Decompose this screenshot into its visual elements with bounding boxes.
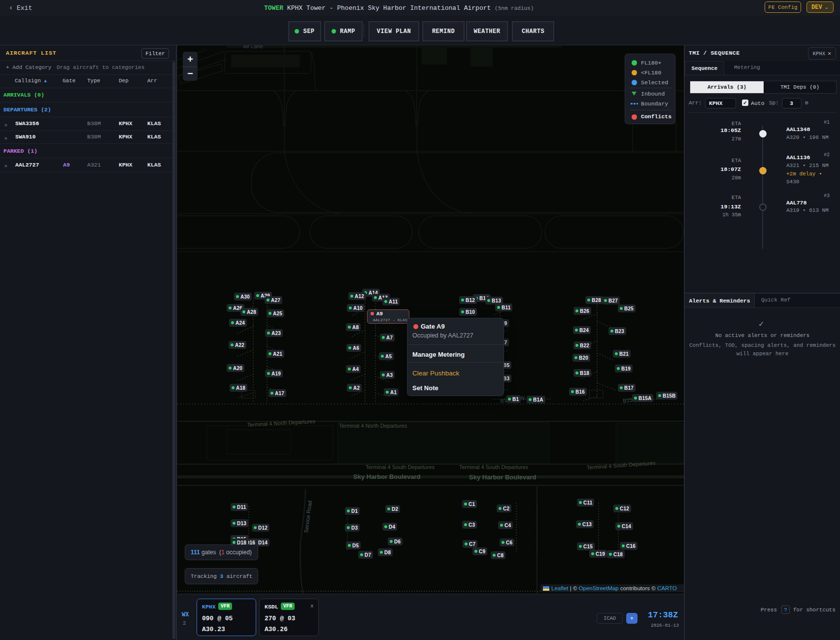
svg-text:Terminal 4 North Departures: Terminal 4 North Departures	[339, 423, 407, 429]
svg-text:Terminal 4 North Departures: Terminal 4 North Departures	[247, 418, 315, 428]
svg-text:Air Lane: Air Lane	[243, 45, 263, 49]
svg-text:Sky Harbor Boulevard: Sky Harbor Boulevard	[353, 473, 421, 480]
svg-text:Terminal 4 South Departures: Terminal 4 South Departures	[459, 464, 529, 470]
svg-text:Terminal 4 South Departures: Terminal 4 South Departures	[366, 464, 435, 470]
svg-text:Sky Harbor Boulevard: Sky Harbor Boulevard	[469, 473, 537, 481]
